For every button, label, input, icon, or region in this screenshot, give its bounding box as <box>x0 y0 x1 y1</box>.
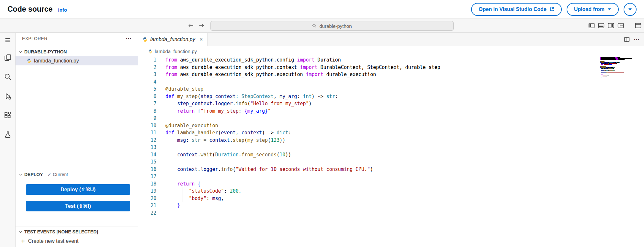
aws-header: Code source Info Open in Visual Studio C… <box>0 0 644 18</box>
editor-more-icon[interactable]: ⋯ <box>634 37 639 42</box>
tab-lambda-function[interactable]: lambda_function.py ✕ <box>138 33 208 46</box>
code-line[interactable]: from aws_durable_execution_sdk_python.co… <box>165 56 595 64</box>
code-line[interactable]: from aws_durable_execution_sdk_python.ex… <box>165 71 595 78</box>
line-number: 4 <box>138 78 156 86</box>
layout-controls <box>588 19 641 32</box>
test-events-section-header[interactable]: TEST EVENTS [NONE SELECTED] <box>16 227 138 236</box>
test-events-section-label: TEST EVENTS [NONE SELECTED] <box>24 229 98 234</box>
toggle-sidebar-icon[interactable] <box>588 23 595 28</box>
toggle-secondary-sidebar-icon[interactable] <box>608 23 614 28</box>
title-group: Code source Info <box>7 5 67 14</box>
file-item-lambda-function[interactable]: lambda_function.py <box>16 56 138 65</box>
page-title: Code source <box>7 5 52 14</box>
header-actions: Open in Visual Studio Code Upload from <box>471 3 637 16</box>
code-line[interactable]: return f"from my_step: {my_arg}" <box>165 107 595 115</box>
test-button[interactable]: Test (⇧⌘I) <box>26 201 130 211</box>
explorer-files-icon[interactable] <box>3 53 12 62</box>
code-line[interactable]: msg: str = context.step(my_step(123)) <box>165 137 595 144</box>
code-line[interactable]: def my_step(step_context: StepContext, m… <box>165 93 595 100</box>
search-sidebar-icon[interactable] <box>3 72 12 81</box>
line-number: 17 <box>138 173 156 180</box>
tree-section-header[interactable]: DURABLE-PYTHON <box>16 47 138 56</box>
python-file-icon <box>27 58 32 63</box>
window-layout-icon[interactable] <box>635 23 641 28</box>
minimap[interactable] <box>600 57 634 79</box>
open-in-vscode-button[interactable]: Open in Visual Studio Code <box>471 3 562 16</box>
line-number: 3 <box>138 71 156 78</box>
editor-toolbar: durable-python <box>0 18 644 33</box>
more-actions-menu-button[interactable] <box>624 3 637 16</box>
line-number: 7 <box>138 100 156 107</box>
explorer-sidebar: EXPLORER ⋯ DURABLE-PYTHON lambda_functio… <box>16 33 138 247</box>
chevron-down-icon <box>18 230 23 234</box>
split-editor-icon[interactable] <box>624 37 630 42</box>
deploy-status: ✓ Current <box>48 172 68 177</box>
close-icon[interactable]: ✕ <box>199 37 203 42</box>
code-line[interactable]: step_context.logger.info("Hello from my_… <box>165 100 595 107</box>
python-file-icon <box>142 37 148 42</box>
code-line[interactable]: def lambda_handler(event, context) -> di… <box>165 129 595 137</box>
line-number: 12 <box>138 137 156 144</box>
explorer-more-icon[interactable]: ⋯ <box>126 36 131 41</box>
minimap-content <box>600 57 634 79</box>
code-line[interactable] <box>165 115 595 122</box>
tree-section-label: DURABLE-PYTHON <box>24 49 67 54</box>
line-number: 6 <box>138 93 156 100</box>
search-input[interactable]: durable-python <box>210 21 454 31</box>
code-line[interactable]: "statusCode": 200, <box>165 187 595 195</box>
chevron-down-icon <box>18 173 23 177</box>
tab-label: lambda_function.py <box>150 37 195 42</box>
code-line[interactable]: "body": msg, <box>165 195 595 202</box>
plus-icon: + <box>21 238 25 244</box>
navigate-forward-icon[interactable] <box>198 23 204 28</box>
tab-bar: lambda_function.py ✕ ⋯ <box>138 33 644 46</box>
line-number: 22 <box>138 209 156 217</box>
code-line[interactable] <box>165 144 595 151</box>
upload-from-label: Upload from <box>574 6 604 12</box>
info-link[interactable]: Info <box>58 7 67 13</box>
breadcrumb[interactable]: lambda_function.py <box>138 46 644 56</box>
deploy-button[interactable]: Deploy (⇧⌘U) <box>26 184 130 195</box>
upload-from-button[interactable]: Upload from <box>567 3 619 16</box>
caret-down-icon <box>607 8 611 11</box>
line-number: 19 <box>138 187 156 195</box>
external-link-icon <box>549 7 554 12</box>
code-line[interactable]: context.wait(Duration.from_seconds(10)) <box>165 151 595 159</box>
line-number: 18 <box>138 180 156 188</box>
code-line[interactable]: } <box>165 202 595 209</box>
code-line[interactable] <box>165 173 595 180</box>
activity-bar <box>0 33 16 247</box>
line-number: 9 <box>138 115 156 122</box>
extensions-icon[interactable] <box>3 111 12 120</box>
search-value: durable-python <box>319 23 352 29</box>
deploy-status-text: Current <box>53 172 68 177</box>
create-test-event-label: Create new test event <box>28 238 79 244</box>
navigate-back-icon[interactable] <box>188 23 194 28</box>
code-lines[interactable]: from aws_durable_execution_sdk_python.co… <box>165 56 595 217</box>
deploy-section-header[interactable]: DEPLOY ✓ Current <box>16 170 138 179</box>
menu-icon[interactable] <box>3 36 12 45</box>
customize-layout-icon[interactable] <box>617 23 624 28</box>
aws-toolkit-icon[interactable] <box>3 130 12 139</box>
code-line[interactable]: from aws_durable_execution_sdk_python.co… <box>165 64 595 71</box>
code-line[interactable]: @durable_execution <box>165 122 595 129</box>
run-debug-icon[interactable] <box>3 92 12 101</box>
explorer-title: EXPLORER <box>22 36 48 41</box>
line-number: 5 <box>138 85 156 93</box>
main-area: EXPLORER ⋯ DURABLE-PYTHON lambda_functio… <box>0 33 644 247</box>
code-line[interactable]: return { <box>165 180 595 188</box>
line-number: 2 <box>138 64 156 71</box>
code-editor[interactable]: 12345678910111213141516171819202122 from… <box>138 56 644 247</box>
line-number: 14 <box>138 151 156 159</box>
open-in-vscode-label: Open in Visual Studio Code <box>479 6 547 12</box>
code-line[interactable] <box>165 78 595 86</box>
line-number: 10 <box>138 122 156 129</box>
code-line[interactable]: context.logger.info("Waited for 10 secon… <box>165 166 595 173</box>
code-line[interactable] <box>165 158 595 166</box>
code-line[interactable]: @durable_step <box>165 85 595 93</box>
toggle-panel-icon[interactable] <box>598 23 604 28</box>
line-number: 21 <box>138 202 156 209</box>
code-line[interactable] <box>165 209 595 217</box>
create-test-event-button[interactable]: + Create new test event <box>16 237 138 246</box>
python-file-icon <box>148 49 153 54</box>
